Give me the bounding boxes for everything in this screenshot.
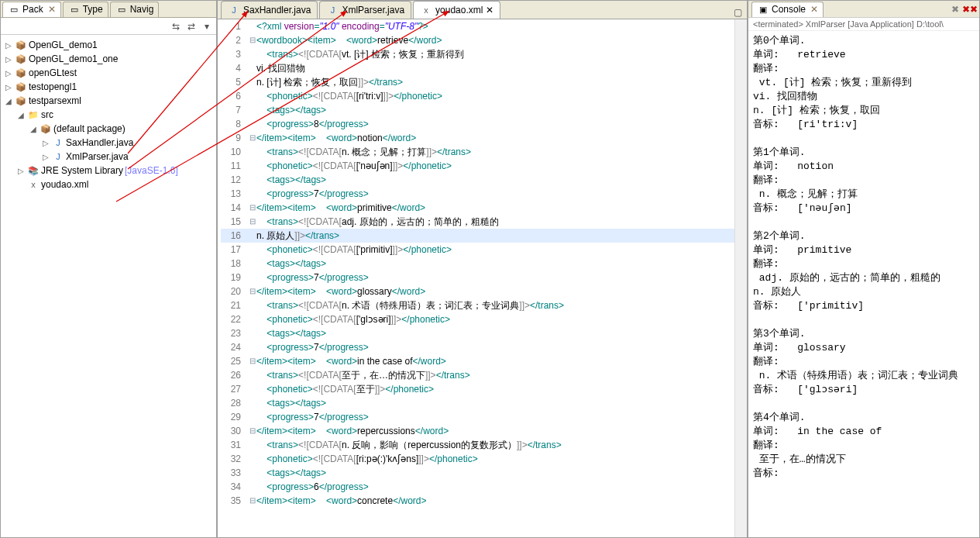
code-line[interactable]: 18 <tags></tags> <box>221 257 734 271</box>
code-line[interactable]: 21 <trans><![CDATA[n. 术语（特殊用语）表；词汇表；专业词典… <box>221 298 734 312</box>
code-body[interactable]: 1<?xml version="1.0" encoding="UTF-8"?>2… <box>218 19 734 537</box>
fold-toggle-icon[interactable] <box>249 103 256 117</box>
expand-toggle-icon[interactable]: ▷ <box>41 153 50 161</box>
fold-toggle-icon[interactable]: ⊟ <box>249 354 256 368</box>
fold-toggle-icon[interactable]: ⊟ <box>249 494 256 508</box>
fold-toggle-icon[interactable]: ⊟ <box>249 285 256 298</box>
fold-toggle-icon[interactable] <box>249 340 256 354</box>
link-editor-icon[interactable]: ⇄ <box>185 20 198 33</box>
code-line[interactable]: 34 <progress>6</progress> <box>221 480 734 494</box>
fold-toggle-icon[interactable]: ⊟ <box>249 131 256 145</box>
editor-tab[interactable]: JXmlParser.java <box>319 1 411 19</box>
code-line[interactable]: 6 <phonetic><![CDATA[[ri'tri:v]]]></phon… <box>221 89 734 103</box>
expand-toggle-icon[interactable]: ▷ <box>4 69 13 78</box>
maximize-icon[interactable]: ▢ <box>731 6 744 19</box>
expand-toggle-icon[interactable]: ◢ <box>29 125 38 133</box>
tree-item[interactable]: ▷📦openGLtest <box>1 66 216 80</box>
remove-launch-icon[interactable]: ✖ <box>949 3 961 16</box>
tree-item[interactable]: ◢📦testparsexml <box>1 94 216 108</box>
code-line[interactable]: 12 <tags></tags> <box>221 173 734 187</box>
tree-item[interactable]: xyoudao.xml <box>1 178 216 191</box>
fold-toggle-icon[interactable] <box>249 368 256 382</box>
fold-toggle-icon[interactable]: ⊟ <box>249 33 256 47</box>
fold-toggle-icon[interactable] <box>249 173 256 187</box>
expand-toggle-icon[interactable]: ▷ <box>16 167 26 175</box>
tree-item[interactable]: ◢📁src <box>1 108 216 122</box>
console-tab[interactable]: ▣ Console ✕ <box>751 2 824 17</box>
code-line[interactable]: 17 <phonetic><![CDATA[['primitiv]]]></ph… <box>221 243 734 257</box>
fold-toggle-icon[interactable] <box>249 89 256 103</box>
code-line[interactable]: 25⊟</item><item> <word>in the case of</w… <box>221 354 734 368</box>
code-line[interactable]: 32 <phonetic><![CDATA[[ri:pə(:)'kʌʃəns]]… <box>221 452 734 466</box>
expand-toggle-icon[interactable]: ▷ <box>41 139 50 147</box>
close-icon[interactable]: ✕ <box>810 4 818 15</box>
code-line[interactable]: 2⊟<wordbook><item> <word>retrieve</word> <box>221 33 734 47</box>
code-line[interactable]: 31 <trans><![CDATA[n. 反响，影响（repercussion… <box>221 438 734 452</box>
expand-toggle-icon[interactable]: ▷ <box>4 83 13 91</box>
fold-toggle-icon[interactable] <box>249 145 256 159</box>
fold-toggle-icon[interactable] <box>249 243 256 257</box>
code-line[interactable]: 22 <phonetic><![CDATA[['glɔsəri]]]></pho… <box>221 312 734 326</box>
fold-toggle-icon[interactable] <box>249 410 256 424</box>
tree-item[interactable]: ◢📦(default package) <box>1 122 216 136</box>
fold-toggle-icon[interactable] <box>249 298 256 312</box>
fold-toggle-icon[interactable] <box>249 382 256 396</box>
project-tree[interactable]: ▷📦OpenGL_demo1▷📦OpenGL_demo1_one▷📦openGL… <box>1 35 216 537</box>
code-line[interactable]: 8 <progress>8</progress> <box>221 117 734 131</box>
editor-tab[interactable]: xyoudao.xml✕ <box>413 1 500 19</box>
fold-toggle-icon[interactable]: ⊟ <box>249 215 256 229</box>
code-line[interactable]: 23 <tags></tags> <box>221 326 734 340</box>
fold-toggle-icon[interactable] <box>249 396 256 410</box>
expand-toggle-icon[interactable]: ◢ <box>4 97 13 105</box>
tree-item[interactable]: ▷📦testopengl1 <box>1 80 216 94</box>
collapse-all-icon[interactable]: ⇆ <box>170 20 182 33</box>
fold-toggle-icon[interactable] <box>249 159 256 173</box>
left-tab-type[interactable]: ▭Type <box>63 2 108 17</box>
code-line[interactable]: 3 <trans><![CDATA[vt. [计] 检索；恢复；重新得到 <box>221 47 734 61</box>
code-line[interactable]: 1<?xml version="1.0" encoding="UTF-8"?> <box>221 19 734 33</box>
expand-toggle-icon[interactable]: ▷ <box>4 55 13 64</box>
fold-toggle-icon[interactable]: ⊟ <box>249 424 256 438</box>
code-line[interactable]: 16n. 原始人]]></trans> <box>221 229 734 243</box>
expand-toggle-icon[interactable]: ◢ <box>16 111 26 119</box>
vertical-scrollbar[interactable] <box>734 19 747 537</box>
fold-toggle-icon[interactable] <box>249 47 256 61</box>
code-line[interactable]: 20⊟</item><item> <word>glossary</word> <box>221 285 734 298</box>
code-line[interactable]: 28 <tags></tags> <box>221 396 734 410</box>
code-line[interactable]: 30⊟</item><item> <word>repercussions</wo… <box>221 424 734 438</box>
code-line[interactable]: 15⊟ <trans><![CDATA[adj. 原始的，远古的；简单的，粗糙的 <box>221 215 734 229</box>
expand-toggle-icon[interactable]: ▷ <box>4 41 13 50</box>
fold-toggle-icon[interactable] <box>249 480 256 494</box>
close-icon[interactable]: ✕ <box>486 5 493 16</box>
fold-toggle-icon[interactable] <box>249 61 256 75</box>
code-line[interactable]: 7 <tags></tags> <box>221 103 734 117</box>
console-output[interactable]: 第0个单词. 单词: retrieve 翻译: vt. [计] 检索；恢复；重新… <box>748 31 979 537</box>
fold-toggle-icon[interactable] <box>249 271 256 285</box>
code-line[interactable]: 13 <progress>7</progress> <box>221 187 734 201</box>
tree-item[interactable]: ▷📚JRE System Library [JavaSE-1.6] <box>1 164 216 178</box>
tree-item[interactable]: ▷📦OpenGL_demo1_one <box>1 52 216 66</box>
fold-toggle-icon[interactable] <box>249 257 256 271</box>
view-menu-icon[interactable]: ▾ <box>201 20 213 33</box>
code-line[interactable]: 27 <phonetic><![CDATA[至于]]></phonetic> <box>221 382 734 396</box>
fold-toggle-icon[interactable] <box>249 19 256 33</box>
tree-item[interactable]: ▷📦OpenGL_demo1 <box>1 38 216 52</box>
remove-all-icon[interactable]: ✖✖ <box>964 3 976 16</box>
code-line[interactable]: 10 <trans><![CDATA[n. 概念；见解；打算]]></trans… <box>221 145 734 159</box>
fold-toggle-icon[interactable] <box>249 229 256 243</box>
code-line[interactable]: 29 <progress>7</progress> <box>221 410 734 424</box>
code-line[interactable]: 33 <tags></tags> <box>221 466 734 480</box>
code-line[interactable]: 24 <progress>7</progress> <box>221 340 734 354</box>
close-icon[interactable]: ✕ <box>48 4 56 15</box>
code-line[interactable]: 35⊟</item><item> <word>concrete</word> <box>221 494 734 508</box>
fold-toggle-icon[interactable] <box>249 187 256 201</box>
code-line[interactable]: 11 <phonetic><![CDATA[['nəuʃən]]]></phon… <box>221 159 734 173</box>
fold-toggle-icon[interactable] <box>249 438 256 452</box>
code-line[interactable]: 14⊟</item><item> <word>primitive</word> <box>221 201 734 215</box>
code-line[interactable]: 19 <progress>7</progress> <box>221 271 734 285</box>
fold-toggle-icon[interactable] <box>249 466 256 480</box>
tree-item[interactable]: ▷JXmlParser.java <box>1 150 216 164</box>
fold-toggle-icon[interactable] <box>249 326 256 340</box>
left-tab-navig[interactable]: ▭Navig <box>110 2 160 17</box>
editor-tab[interactable]: JSaxHandler.java <box>221 1 318 19</box>
